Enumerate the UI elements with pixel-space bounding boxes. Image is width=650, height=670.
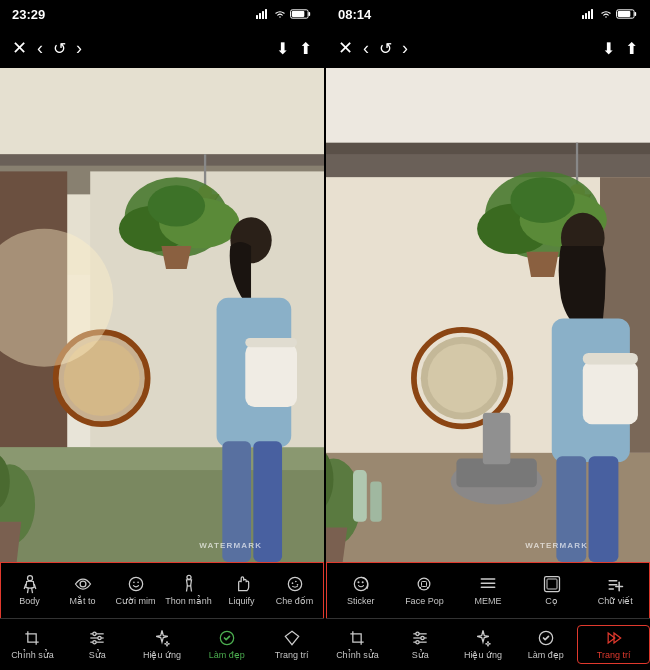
tool-lam-dep-right[interactable]: Làm đẹp xyxy=(514,624,577,665)
svg-point-49 xyxy=(296,584,298,586)
text-add-icon xyxy=(605,574,625,594)
share-icon-left[interactable]: ⬆ xyxy=(299,39,312,58)
tool-trang-tri-right[interactable]: Trang trí xyxy=(577,625,650,664)
tool-lam-dep-left[interactable]: Làm đẹp xyxy=(194,624,259,665)
undo-icon-left[interactable]: ↺ xyxy=(53,39,66,58)
tool-che-dom-label: Che đốm xyxy=(276,597,314,607)
status-icons-left xyxy=(256,9,312,19)
tool-thon-manh-label: Thon mảnh xyxy=(165,597,212,607)
forward-icon-right[interactable]: › xyxy=(402,38,408,59)
svg-point-96 xyxy=(357,581,359,583)
sliders-icon-right xyxy=(410,628,430,648)
svg-point-48 xyxy=(295,581,297,583)
svg-rect-28 xyxy=(245,338,297,347)
tool-hieu-ung-right[interactable]: Hiệu ứng xyxy=(452,624,515,665)
tool-hieu-ung-left[interactable]: Hiệu ứng xyxy=(130,624,195,665)
eye-icon xyxy=(73,574,93,594)
svg-rect-83 xyxy=(483,413,511,465)
signal-icon-left xyxy=(256,9,270,19)
tool-co[interactable]: Cọ xyxy=(520,570,584,611)
svg-rect-1 xyxy=(259,13,261,19)
tool-chinh-sua-left[interactable]: Chỉnh sửa xyxy=(0,624,65,665)
svg-point-40 xyxy=(129,577,142,590)
tool-chinh-sua-right-label: Chỉnh sửa xyxy=(336,651,379,661)
hand-icon xyxy=(232,574,252,594)
meme-icon xyxy=(478,574,498,594)
smile-icon xyxy=(126,574,146,594)
svg-point-23 xyxy=(148,185,205,226)
svg-point-74 xyxy=(428,344,497,413)
left-panel: 23:29 ✕ ‹ ↺ › xyxy=(0,0,324,670)
tool-meme[interactable]: MEME xyxy=(456,570,520,611)
wifi-icon-left xyxy=(274,9,286,19)
tool-thon-manh[interactable]: Thon mảnh xyxy=(162,570,215,611)
tool-chinh-sua-right[interactable]: Chỉnh sửa xyxy=(326,624,389,665)
svg-rect-68 xyxy=(326,143,650,154)
tool-face-pop[interactable]: Face Pop xyxy=(393,570,457,611)
face-pop-icon xyxy=(414,574,434,594)
photo-scene-left: WATERMARK xyxy=(0,68,324,562)
svg-line-101 xyxy=(427,587,429,589)
svg-rect-87 xyxy=(583,353,638,364)
svg-point-47 xyxy=(291,582,293,584)
status-time-right: 08:14 xyxy=(338,7,371,22)
battery-icon-left xyxy=(290,9,312,19)
tool-sua-left[interactable]: Sửa xyxy=(65,624,130,665)
tool-trang-tri-left[interactable]: Trang trí xyxy=(259,624,324,665)
svg-rect-64 xyxy=(618,11,631,17)
svg-rect-6 xyxy=(292,11,305,17)
tool-hieu-ung-right-label: Hiệu ứng xyxy=(464,651,502,661)
frame-icon xyxy=(542,574,562,594)
back-icon-right[interactable]: ‹ xyxy=(363,38,369,59)
close-icon-left[interactable]: ✕ xyxy=(12,37,27,59)
sparkle-icon-right xyxy=(473,628,493,648)
svg-point-116 xyxy=(421,636,424,639)
tool-body-label: Body xyxy=(19,597,40,607)
tool-cuoi-mim[interactable]: Cười mim xyxy=(109,570,162,611)
tool-mat-to[interactable]: Mắt to xyxy=(56,570,109,611)
status-bar-right: 08:14 xyxy=(326,0,650,28)
download-icon-left[interactable]: ⬇ xyxy=(276,39,289,58)
svg-rect-89 xyxy=(589,456,619,562)
svg-point-53 xyxy=(93,632,96,635)
undo-icon-right[interactable]: ↺ xyxy=(379,39,392,58)
svg-rect-10 xyxy=(0,154,324,165)
tool-sticker-label: Sticker xyxy=(347,597,375,607)
toolbar-left-actions: ✕ ‹ ↺ › xyxy=(12,37,82,59)
tool-sticker[interactable]: Sticker xyxy=(329,570,393,611)
fast-forward-icon xyxy=(604,628,624,648)
photo-svg-right: WATERMARK xyxy=(326,68,650,562)
forward-icon-left[interactable]: › xyxy=(76,38,82,59)
svg-rect-63 xyxy=(635,12,637,16)
bottom-tools-right: Sticker Face Pop MEME xyxy=(326,562,650,670)
tool-che-dom[interactable]: Che đốm xyxy=(268,570,321,611)
photo-scene-right: WATERMARK xyxy=(326,68,650,562)
face-dots-icon xyxy=(285,574,305,594)
svg-marker-57 xyxy=(285,631,298,644)
download-icon-right[interactable]: ⬇ xyxy=(602,39,615,58)
tool-liquify[interactable]: Liquify xyxy=(215,570,268,611)
tool-co-label: Cọ xyxy=(545,597,558,607)
tool-chu-viet[interactable]: Chữ viết xyxy=(583,570,647,611)
diamond-icon-left xyxy=(282,628,302,648)
lam-dep-icon xyxy=(217,628,237,648)
tool-row-sticker-right: Sticker Face Pop MEME xyxy=(326,562,650,618)
tool-sua-right-label: Sửa xyxy=(412,651,429,661)
photo-area-left: WATERMARK xyxy=(0,68,324,562)
tool-body[interactable]: Body xyxy=(3,570,56,611)
svg-rect-0 xyxy=(256,15,258,19)
bottom-tools-left: Body Mắt to Cười mim xyxy=(0,562,324,670)
svg-point-54 xyxy=(98,636,101,639)
tool-sua-right[interactable]: Sửa xyxy=(389,624,452,665)
svg-line-37 xyxy=(27,588,28,593)
toolbar-top-right: ✕ ‹ ↺ › ⬇ ⬆ xyxy=(326,28,650,68)
tool-trang-tri-left-label: Trang trí xyxy=(275,651,309,661)
close-icon-right[interactable]: ✕ xyxy=(338,37,353,59)
toolbar-right-actions-right: ⬇ ⬆ xyxy=(602,39,638,58)
svg-point-43 xyxy=(186,575,190,579)
svg-point-41 xyxy=(133,582,135,584)
back-icon-left[interactable]: ‹ xyxy=(37,38,43,59)
crop-icon-left xyxy=(22,628,42,648)
tool-lam-dep-left-label: Làm đẹp xyxy=(209,651,245,661)
share-icon-right[interactable]: ⬆ xyxy=(625,39,638,58)
